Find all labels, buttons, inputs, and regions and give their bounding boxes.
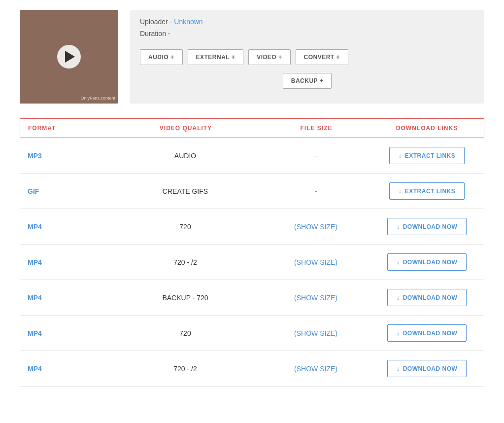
table-body: MP3 AUDIO - ↓ EXTRACT LINKS GIF CREATE G… [20,138,484,387]
download-arrow-icon: ↓ [397,223,400,230]
action-cell: ↓ DOWNLOAD NOW [377,360,476,377]
audio-button[interactable]: AUDIO + [140,49,183,65]
show-size-link[interactable]: (SHOW SIZE) [294,329,337,337]
button-label: DOWNLOAD NOW [403,223,458,230]
format-cell: GIF [28,187,116,195]
external-button[interactable]: EXTERNAL + [188,49,244,65]
video-thumbnail: OnlyFans.content [20,10,118,104]
format-cell: MP3 [28,152,116,160]
table-row: MP4 720 - /2 (SHOW SIZE) ↓ DOWNLOAD NOW [20,245,484,280]
action-cell: ↓ DOWNLOAD NOW [377,218,476,235]
download-now-button[interactable]: ↓ DOWNLOAD NOW [387,360,467,377]
col-filesize: FILE SIZE [255,125,378,132]
download-arrow-icon: ↓ [397,294,400,301]
table-header: FORMAT VIDEO QUALITY FILE SIZE DOWNLOAD … [20,118,484,138]
quality-cell: CREATE GIFS [116,187,254,195]
size-cell: (SHOW SIZE) [254,365,377,373]
show-size-link[interactable]: (SHOW SIZE) [294,365,337,373]
uploader-label: Uploader [140,18,168,26]
download-now-button[interactable]: ↓ DOWNLOAD NOW [387,218,467,235]
size-cell: (SHOW SIZE) [254,258,377,266]
download-arrow-icon: ↓ [399,187,402,195]
format-cell: MP4 [28,329,116,337]
table-row: MP4 720 (SHOW SIZE) ↓ DOWNLOAD NOW [20,316,484,351]
uploader-row: Uploader - Unknown [140,18,474,26]
table-row: GIF CREATE GIFS - ↓ EXTRACT LINKS [20,174,484,209]
download-now-button[interactable]: ↓ DOWNLOAD NOW [387,324,467,342]
button-label: EXTRACT LINKS [405,188,456,195]
action-cell: ↓ DOWNLOAD NOW [377,253,476,271]
duration-label: Duration [140,30,166,37]
duration-row: Duration - [140,30,474,37]
format-cell: MP4 [28,294,116,302]
format-cell: MP4 [28,223,116,231]
col-quality: VIDEO QUALITY [117,125,255,132]
size-cell: - [254,152,377,160]
size-cell: (SHOW SIZE) [254,329,377,337]
quality-cell: 720 [116,223,254,231]
action-cell: ↓ EXTRACT LINKS [377,182,476,200]
col-format: FORMAT [28,125,117,132]
size-cell: (SHOW SIZE) [254,294,377,302]
download-now-button[interactable]: ↓ DOWNLOAD NOW [387,289,467,306]
convert-button[interactable]: CONVERT + [296,49,349,65]
info-panel: Uploader - Unknown Duration - AUDIO + EX… [130,10,484,104]
table-row: MP4 BACKUP - 720 (SHOW SIZE) ↓ DOWNLOAD … [20,280,484,316]
button-label: EXTRACT LINKS [405,152,456,159]
download-arrow-icon: ↓ [397,365,400,372]
format-cell: MP4 [28,365,116,373]
show-size-link[interactable]: (SHOW SIZE) [294,223,337,231]
backup-button[interactable]: BACKUP + [283,73,332,89]
download-arrow-icon: ↓ [399,152,402,159]
download-arrow-icon: ↓ [397,329,400,337]
thumbnail-watermark: OnlyFans.content [80,96,115,101]
download-now-button[interactable]: ↓ DOWNLOAD NOW [387,253,467,271]
quality-cell: 720 [116,329,254,337]
action-cell: ↓ EXTRACT LINKS [377,147,476,164]
uploader-value: Unknown [174,18,202,26]
quality-cell: BACKUP - 720 [116,294,254,302]
col-links: DOWNLOAD LINKS [378,125,476,132]
button-label: DOWNLOAD NOW [403,294,458,301]
action-buttons-row: AUDIO + EXTERNAL + VIDEO + CONVERT + [140,49,474,65]
action-cell: ↓ DOWNLOAD NOW [377,324,476,342]
play-icon [65,51,75,63]
table-row: MP3 AUDIO - ↓ EXTRACT LINKS [20,138,484,174]
second-row-buttons: BACKUP + [140,73,474,89]
button-label: DOWNLOAD NOW [403,330,458,337]
table-row: MP4 720 (SHOW SIZE) ↓ DOWNLOAD NOW [20,209,484,245]
button-label: DOWNLOAD NOW [403,259,458,266]
size-value: - [315,187,317,195]
show-size-link[interactable]: (SHOW SIZE) [294,258,337,266]
download-arrow-icon: ↓ [397,258,400,266]
extract-links-button[interactable]: ↓ EXTRACT LINKS [389,182,465,200]
table-row: MP4 720 - /2 (SHOW SIZE) ↓ DOWNLOAD NOW [20,351,484,387]
action-cell: ↓ DOWNLOAD NOW [377,289,476,306]
size-cell: - [254,187,377,195]
extract-links-button[interactable]: ↓ EXTRACT LINKS [389,147,465,164]
show-size-link[interactable]: (SHOW SIZE) [294,294,337,302]
play-button[interactable] [57,45,81,69]
button-label: DOWNLOAD NOW [403,365,458,372]
video-button[interactable]: VIDEO + [248,49,290,65]
top-section: OnlyFans.content Uploader - Unknown Dura… [20,10,484,104]
size-value: - [315,152,317,160]
size-cell: (SHOW SIZE) [254,223,377,231]
quality-cell: 720 - /2 [116,365,254,373]
format-cell: MP4 [28,258,116,266]
quality-cell: AUDIO [116,152,254,160]
quality-cell: 720 - /2 [116,258,254,266]
uploader-separator: - [170,18,174,26]
duration-separator: - [168,30,170,37]
table-section: FORMAT VIDEO QUALITY FILE SIZE DOWNLOAD … [20,118,484,387]
